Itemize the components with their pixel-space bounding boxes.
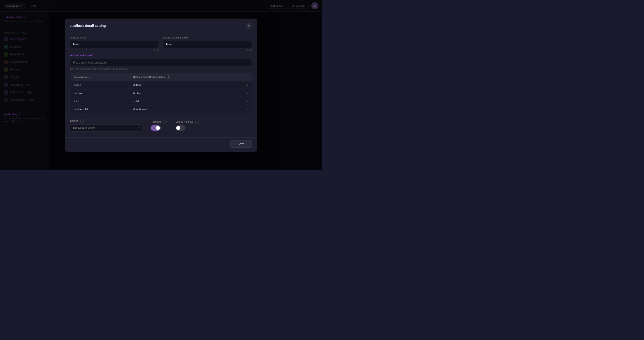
attribute-name-input[interactable] — [70, 40, 159, 48]
unique-label: Unique Attribute i — [176, 120, 199, 124]
table-row: broken broken ✕ — [70, 89, 252, 97]
required-toggle-group — [151, 125, 166, 131]
unique-toggle[interactable] — [176, 125, 185, 131]
col-delete-header — [243, 73, 252, 81]
modal-close-button[interactable]: ✕ — [246, 22, 252, 29]
unique-toggle-group — [176, 125, 199, 131]
display-name-char-count: (4/50) — [163, 49, 252, 51]
sub-attrs-hint: Sub-properties shown within the platform… — [70, 68, 252, 70]
display-attr-cell: broken — [130, 89, 243, 97]
delete-row-button[interactable]: ✕ — [246, 108, 248, 111]
sub-attr-cell: dotted — [70, 81, 130, 89]
unique-info-icon: i — [195, 120, 199, 124]
modal-body: Attribute name (4/50) Display attribute … — [65, 32, 257, 137]
sub-attrs-input[interactable] — [70, 59, 252, 66]
table-row: double solid double solid ✕ — [70, 105, 252, 114]
display-attr-cell: double solid — [130, 105, 243, 114]
default-field-group: Default i (No Default Value) ▾ — [70, 119, 142, 132]
delete-cell: ✕ — [243, 97, 252, 105]
required-field-group: Required i — [151, 120, 166, 131]
display-attr-cell: solid — [130, 97, 243, 105]
required-toggle[interactable] — [151, 125, 160, 131]
sub-attrs-section: Add sub-attributes* Sub-properties shown… — [70, 54, 252, 70]
display-name-input[interactable] — [163, 40, 252, 48]
table-row: solid solid ✕ — [70, 97, 252, 105]
required-label: Required i — [151, 120, 166, 124]
sub-attrs-table: Sub-attributes Display sub-attribute nam… — [70, 73, 252, 114]
sub-attr-cell: broken — [70, 89, 130, 97]
delete-row-button[interactable]: ✕ — [246, 92, 248, 95]
sub-attr-cell: double solid — [70, 105, 130, 114]
modal-header: Attribute detail setting ✕ — [65, 18, 257, 32]
default-label: Default i — [70, 119, 142, 122]
col-sub-attrs: Sub-attributes — [70, 73, 130, 81]
delete-cell: ✕ — [243, 89, 252, 97]
default-select-arrow-icon: ▾ — [138, 126, 139, 129]
name-row: Attribute name (4/50) Display attribute … — [70, 36, 252, 51]
display-name-group: Display attribute name (4/50) — [163, 36, 252, 51]
attribute-name-char-count: (4/50) — [70, 49, 159, 51]
attribute-detail-modal: Attribute detail setting ✕ Attribute nam… — [65, 18, 257, 152]
default-select[interactable]: (No Default Value) ▾ — [70, 124, 142, 132]
col-display-sub-attr: Display sub-attribute name i — [130, 73, 243, 81]
modal-title: Attribute detail setting — [70, 24, 106, 28]
table-row: dotted dotted ✕ — [70, 81, 252, 89]
bottom-section: Default i (No Default Value) ▾ Required … — [70, 118, 252, 133]
default-info-icon: i — [80, 119, 84, 122]
required-info-icon: i — [163, 120, 166, 124]
sub-attr-cell: solid — [70, 97, 130, 105]
attribute-name-label: Attribute name — [70, 36, 159, 39]
modal-backdrop: Attribute detail setting ✕ Attribute nam… — [0, 0, 322, 170]
unique-toggle-knob — [176, 126, 180, 130]
sub-attrs-label: Add sub-attributes* — [70, 54, 252, 57]
attribute-name-group: Attribute name (4/50) — [70, 36, 159, 51]
delete-row-button[interactable]: ✕ — [246, 100, 248, 103]
delete-cell: ✕ — [243, 81, 252, 89]
delete-row-button[interactable]: ✕ — [246, 84, 248, 87]
default-value: (No Default Value) — [73, 126, 95, 130]
display-name-label: Display attribute name — [163, 36, 252, 39]
save-button[interactable]: Save — [230, 140, 252, 148]
unique-field-group: Unique Attribute i — [176, 120, 199, 131]
required-toggle-knob — [156, 126, 160, 130]
delete-cell: ✕ — [243, 105, 252, 114]
modal-footer: Save — [65, 137, 257, 152]
display-attr-cell: dotted — [130, 81, 243, 89]
col-display-info-icon: i — [167, 76, 170, 79]
